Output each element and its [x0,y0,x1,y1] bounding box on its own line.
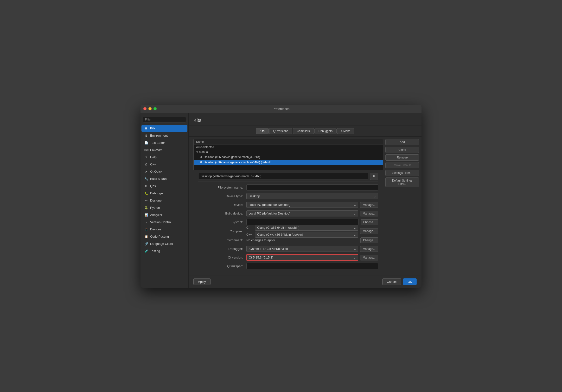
devices-icon: 📱 [144,228,148,231]
sidebar-label-fakevim: FakeVim [150,148,162,152]
device-type-label: Device type: [198,194,246,198]
auto-detected-label: Auto-detected [194,145,383,150]
kit-item-32bit[interactable]: 🖥 Desktop (x86-darwin-generic-mach_o-32b… [194,154,383,160]
sidebar-label-devices: Devices [150,228,161,231]
maximize-button[interactable] [153,107,157,110]
sidebar-item-kits[interactable]: ⊞ Kits [141,125,187,132]
file-system-name-input[interactable] [246,184,378,190]
qt-version-label: Qt version: [198,256,246,259]
page-title: Kits [193,118,417,123]
device-type-select-wrapper: Desktop [246,193,378,199]
compiler-c-wrapper: Clang (C, x86 64bit in /usr/bin) [255,225,358,231]
sidebar-label-language-client: Language Client [150,242,173,245]
sidebar-item-text-editor[interactable]: 📄 Text Editor [141,139,187,146]
sidebar-label-environment: Environment [150,134,168,137]
manage-device-button[interactable]: Manage... [360,202,378,208]
sidebar-item-debugger[interactable]: 🐛 Debugger [141,190,187,197]
qt-mkspec-input[interactable] [246,263,378,269]
clone-kit-button[interactable]: Clone [386,147,419,153]
tab-cmake[interactable]: CMake [337,128,354,134]
compiler-c-select[interactable]: Clang (C, x86 64bit in /usr/bin) [255,225,358,231]
sidebar-item-designer[interactable]: ✏ Designer [141,197,187,204]
kit-name-input[interactable] [198,173,368,179]
qbs-icon: ⊞ [144,184,148,188]
sidebar-item-analyzer[interactable]: 📊 Analyzer [141,212,187,218]
sidebar-label-build-run: Build & Run [150,177,167,181]
testing-icon: 🧪 [144,249,148,253]
kit-label-32bit: Desktop (x86-darwin-generic-mach_o-32bit… [204,155,260,159]
manage-build-device-button[interactable]: Manage... [360,211,378,217]
ok-button[interactable]: OK [403,278,417,285]
sidebar-item-version-control[interactable]: ⑂ Version Control [141,219,187,226]
environment-label: Environment: [198,238,246,242]
cancel-button[interactable]: Cancel [382,278,401,285]
kits-buttons-panel: Add Clone Remove Make Default Settings F… [383,137,422,276]
close-button[interactable] [143,107,147,110]
compiler-cpp-row: C++: Clang (C++, x86 64bit in /usr/bin) [246,231,358,238]
minimize-button[interactable] [148,107,152,110]
sidebar-label-python: Python [150,206,160,209]
change-environment-button[interactable]: Change... [360,237,378,243]
sidebar-item-cpp[interactable]: {} C++ [141,161,187,168]
build-device-select[interactable]: Local PC (default for Desktop) [246,210,358,217]
manage-compiler-button[interactable]: Manage... [360,228,378,234]
add-kit-button[interactable]: Add [386,139,419,145]
compiler-c-lang: C: [246,226,254,230]
settings-filter-button[interactable]: Settings Filter... [386,170,419,176]
kit-item-64bit[interactable]: 🖥 Desktop (x86-darwin-generic-mach_o-64b… [194,160,383,165]
sidebar-item-testing[interactable]: 🧪 Testing [141,248,187,254]
kits-icon: ⊞ [144,127,148,130]
remove-kit-button[interactable]: Remove [386,154,419,161]
python-icon: 🐍 [144,206,148,210]
device-type-select[interactable]: Desktop [246,193,378,199]
qt-quick-icon: ➤ [144,170,148,174]
sidebar-label-code-pasting: Code Pasting [150,235,169,238]
manage-debugger-button[interactable]: Manage... [360,246,378,252]
make-default-button[interactable]: Make Default [386,162,419,168]
sidebar-label-cpp: C++ [150,162,156,166]
sysroot-input[interactable] [246,219,359,225]
help-icon: ? [144,155,148,159]
default-settings-filter-button[interactable]: Default Settings Filter... [386,177,419,187]
sysroot-value [246,219,359,225]
sidebar-item-build-run[interactable]: 🔧 Build & Run [141,175,187,182]
compiler-selects: C: Clang (C, x86 64bit in /usr/bin) C++: [246,225,358,238]
debugger-icon: 🐛 [144,191,148,195]
filter-input[interactable] [143,117,186,122]
debugger-select[interactable]: System LLDB at /usr/bin/lldb [246,246,358,252]
compiler-cpp-select[interactable]: Clang (C++, x86 64bit in /usr/bin) [255,231,358,238]
sidebar-item-qt-quick[interactable]: ➤ Qt Quick [141,168,187,175]
device-row: Device: Local PC (default for Desktop) M… [198,201,378,208]
choose-sysroot-button[interactable]: Choose... [361,219,378,225]
manage-qt-button[interactable]: Manage... [360,255,378,260]
sidebar-item-environment[interactable]: 🖥 Environment [141,132,187,139]
sidebar-label-qt-quick: Qt Quick [150,170,162,173]
environment-value: No changes to apply. [246,238,358,242]
sidebar-label-kits: Kits [150,127,155,130]
qt-version-select[interactable]: Qt 5.15.3 (5.15.3) [246,254,358,261]
sidebar-item-code-pasting[interactable]: 📋 Code Pasting [141,233,187,240]
tab-qt-versions[interactable]: Qt Versions [269,128,292,134]
kits-list-container: Name Auto-detected ∨ Manual 🖥 Desktop (x… [193,139,383,170]
debugger-label: Debugger: [198,247,246,251]
qt-version-row: Qt version: Qt 5.15.3 (5.15.3) Manage... [198,254,378,261]
device-select[interactable]: Local PC (default for Desktop) [246,202,358,208]
sidebar-item-qbs[interactable]: ⊞ Qbs [141,183,187,189]
tabs-row: Kits Qt Versions Compilers Debuggers CMa… [189,126,422,137]
file-system-name-row: File system name: [198,184,378,191]
tab-compilers[interactable]: Compilers [293,128,314,134]
debugger-row: Debugger: System LLDB at /usr/bin/lldb M… [198,245,378,253]
sidebar-label-qbs: Qbs [150,184,156,188]
kit-monitor-icon: 🖥 [199,155,202,159]
sidebar-item-devices[interactable]: 📱 Devices [141,226,187,233]
sidebar-item-language-client[interactable]: 🔗 Language Client [141,241,187,247]
sidebar-label-help: Help [150,155,157,159]
kit-monitor-icon-selected: 🖥 [199,161,202,164]
sidebar-item-python[interactable]: 🐍 Python [141,204,187,211]
sidebar-item-fakevim[interactable]: ⌨ FakeVim [141,147,187,153]
tab-debuggers[interactable]: Debuggers [315,128,337,134]
kit-icon-button[interactable]: 🖥 [370,173,378,180]
sidebar-item-help[interactable]: ? Help [141,154,187,161]
tab-kits[interactable]: Kits [256,128,269,134]
apply-button[interactable]: Apply [193,278,211,285]
